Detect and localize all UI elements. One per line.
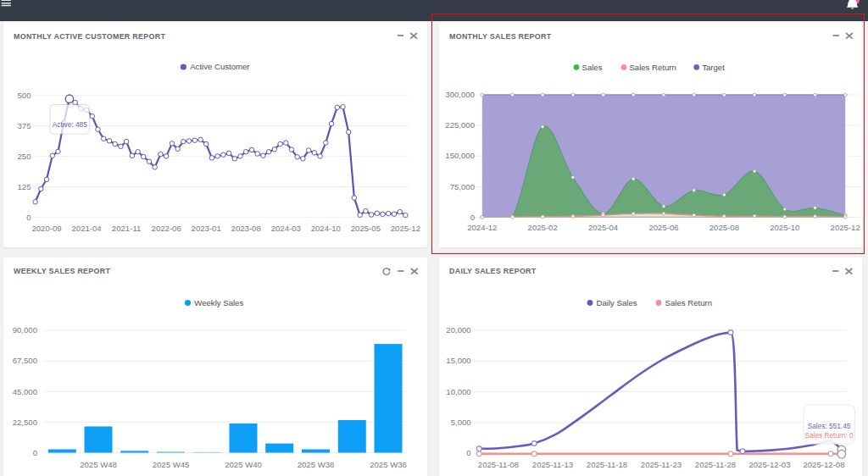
svg-text:2023-01: 2023-01 bbox=[192, 224, 221, 233]
svg-text:Sales Return: Sales Return bbox=[665, 298, 712, 307]
svg-text:0: 0 bbox=[466, 448, 470, 457]
svg-text:2025-12-03: 2025-12-03 bbox=[748, 460, 790, 469]
svg-text:90,000: 90,000 bbox=[13, 325, 37, 335]
svg-text:67,500: 67,500 bbox=[13, 356, 37, 365]
svg-text:2024-03: 2024-03 bbox=[271, 224, 301, 233]
svg-text:2025 W48: 2025 W48 bbox=[80, 460, 117, 469]
svg-text:2025 W38: 2025 W38 bbox=[298, 460, 335, 469]
svg-text:Active: 485: Active: 485 bbox=[53, 120, 87, 129]
svg-text:2021-04: 2021-04 bbox=[71, 224, 102, 233]
svg-text:2025-11-23: 2025-11-23 bbox=[641, 460, 682, 469]
svg-text:20,000: 20,000 bbox=[446, 325, 470, 335]
svg-text:0: 0 bbox=[33, 448, 37, 457]
svg-text:375: 375 bbox=[17, 121, 31, 130]
svg-text:2025-11-08: 2025-11-08 bbox=[478, 460, 519, 469]
svg-text:2025-12: 2025-12 bbox=[391, 224, 420, 233]
svg-text:2021-11: 2021-11 bbox=[112, 224, 142, 233]
svg-text:2025-12-08: 2025-12-08 bbox=[803, 460, 844, 469]
svg-text:Daily Sales: Daily Sales bbox=[597, 298, 637, 307]
svg-text:500: 500 bbox=[17, 91, 31, 100]
svg-text:2023-08: 2023-08 bbox=[231, 224, 261, 233]
svg-text:Weekly Sales: Weekly Sales bbox=[194, 298, 243, 307]
svg-text:2025-11-13: 2025-11-13 bbox=[532, 460, 573, 469]
svg-text:2025 W36: 2025 W36 bbox=[370, 460, 407, 469]
svg-text:22,500: 22,500 bbox=[13, 418, 37, 427]
svg-text:Sales Return: 0: Sales Return: 0 bbox=[804, 431, 854, 440]
svg-text:15,000: 15,000 bbox=[446, 356, 470, 365]
svg-text:250: 250 bbox=[17, 152, 31, 161]
svg-text:Sales: 551.45: Sales: 551.45 bbox=[808, 422, 851, 430]
svg-text:2025-11-28: 2025-11-28 bbox=[695, 460, 736, 469]
svg-text:2024-10: 2024-10 bbox=[311, 224, 341, 233]
svg-text:2022-06: 2022-06 bbox=[152, 224, 181, 233]
svg-text:10,000: 10,000 bbox=[446, 387, 470, 396]
svg-text:2025 W45: 2025 W45 bbox=[153, 460, 190, 469]
svg-text:2025 W40: 2025 W40 bbox=[225, 460, 262, 469]
svg-text:2025-11-18: 2025-11-18 bbox=[587, 460, 627, 469]
svg-text:2020-09: 2020-09 bbox=[31, 224, 61, 233]
svg-text:Active Customer: Active Customer bbox=[190, 62, 250, 71]
svg-text:125: 125 bbox=[17, 182, 31, 191]
svg-text:0: 0 bbox=[26, 213, 31, 222]
svg-text:5,000: 5,000 bbox=[451, 418, 471, 427]
svg-text:45,000: 45,000 bbox=[13, 387, 37, 396]
svg-text:2025-05: 2025-05 bbox=[351, 224, 381, 233]
